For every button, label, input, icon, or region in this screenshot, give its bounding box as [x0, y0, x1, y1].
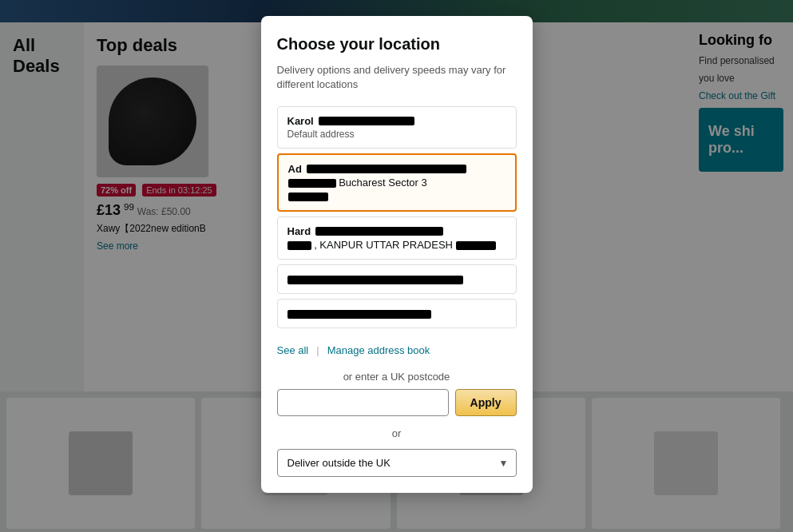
- apply-button[interactable]: Apply: [455, 389, 517, 416]
- manage-address-link[interactable]: Manage address book: [327, 344, 430, 356]
- address-item-karol[interactable]: Karol Default address: [277, 106, 517, 149]
- redacted-hard-name: [315, 227, 443, 236]
- address-item-5[interactable]: [277, 299, 517, 328]
- modal-title: Choose your location: [277, 35, 517, 54]
- address-list: Karol Default address Ad Bucharest Secto…: [277, 106, 517, 333]
- postcode-input[interactable]: [277, 389, 449, 416]
- address-line1-5: [287, 308, 506, 320]
- address-links: See all | Manage address book: [277, 344, 517, 356]
- address-line1-4: [287, 273, 506, 285]
- redacted-ad-name: [307, 165, 466, 173]
- address-item-4[interactable]: [277, 264, 517, 294]
- redacted-addr4: [287, 276, 463, 284]
- deliver-outside-wrapper: Deliver outside the UK ▼: [277, 449, 517, 477]
- postcode-row: Apply: [277, 389, 517, 416]
- redacted-hard-city: [287, 241, 311, 250]
- address-name-hard: Hard: [287, 225, 506, 237]
- address-detail-hard: , KANPUR UTTAR PRADESH: [287, 239, 506, 251]
- deliver-outside-select[interactable]: Deliver outside the UK: [277, 449, 517, 477]
- or-divider: or: [277, 427, 517, 439]
- address-detail-ad: Bucharest Sector 3: [288, 177, 506, 189]
- postcode-label: or enter a UK postcode: [277, 371, 517, 383]
- see-all-link[interactable]: See all: [277, 344, 309, 356]
- address-name-karol: Karol: [287, 115, 506, 127]
- redacted-karol-name: [319, 117, 414, 125]
- address-item-hard[interactable]: Hard , KANPUR UTTAR PRADESH: [277, 216, 517, 260]
- address-item-ad[interactable]: Ad Bucharest Sector 3: [277, 153, 517, 212]
- choose-location-modal: Choose your location Delivery options an…: [261, 16, 533, 493]
- address-default-label: Default address: [287, 129, 506, 140]
- redacted-ad-postcode: [288, 193, 328, 201]
- redacted-addr5: [287, 310, 431, 319]
- postcode-section: or enter a UK postcode Apply or Deliver …: [277, 371, 517, 477]
- links-divider: |: [316, 344, 319, 356]
- modal-subtitle: Delivery options and delivery speeds may…: [277, 63, 517, 92]
- address-name-ad: Ad: [288, 163, 506, 175]
- address-detail-ad2: [288, 190, 506, 202]
- redacted-ad-line: [288, 179, 336, 188]
- redacted-hard-postcode: [456, 241, 496, 250]
